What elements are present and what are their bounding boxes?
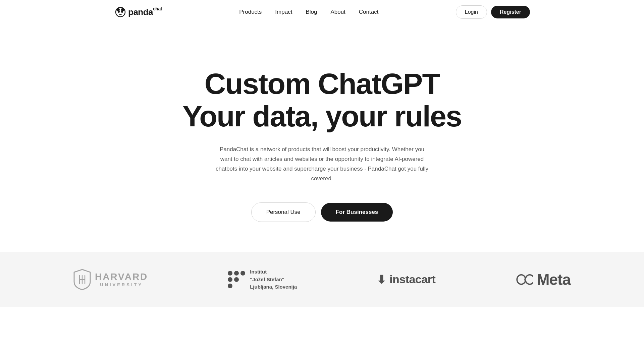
institut-logo: Institut "Jožef Stefan" Ljubljana, Slove… — [228, 268, 297, 291]
institut-line1: Institut — [250, 269, 267, 275]
login-button[interactable]: Login — [456, 5, 487, 19]
nav-item-about[interactable]: About — [330, 9, 345, 15]
dot-2 — [234, 271, 239, 276]
navbar: pandachat Products Impact Blog About Con… — [0, 0, 644, 24]
hero-subtitle: PandaChat is a network of products that … — [215, 145, 429, 184]
harvard-text: HARVARD UNIVERSITY — [95, 272, 148, 287]
dot-4 — [228, 277, 232, 282]
dot-7 — [228, 284, 232, 288]
dot-6 — [240, 277, 245, 282]
nav-item-impact[interactable]: Impact — [275, 9, 292, 15]
hero-buttons: Personal Use For Businesses — [251, 202, 393, 222]
svg-point-4 — [121, 11, 123, 13]
navbar-actions: Login Register — [456, 5, 530, 19]
hero-title-line2: Your data, your rules — [182, 100, 462, 133]
hero-title: Custom ChatGPT Your data, your rules — [182, 68, 462, 133]
instacart-name: instacart — [389, 273, 435, 286]
dot-5 — [234, 277, 239, 282]
instacart-logo: ⬇ instacart — [377, 273, 435, 286]
meta-logo: Meta — [515, 270, 571, 289]
instacart-arrow-icon: ⬇ — [377, 273, 386, 286]
harvard-shield-icon — [73, 269, 91, 290]
svg-point-3 — [118, 11, 120, 13]
personal-use-button[interactable]: Personal Use — [251, 202, 316, 222]
institut-dots — [228, 271, 245, 288]
institut-text: Institut "Jožef Stefan" Ljubljana, Slove… — [250, 268, 297, 291]
meta-name: Meta — [537, 270, 571, 289]
nav-item-contact[interactable]: Contact — [359, 9, 379, 15]
navbar-nav: Products Impact Blog About Contact — [239, 9, 378, 15]
hero-title-line1: Custom ChatGPT — [205, 67, 439, 100]
harvard-name: HARVARD — [95, 272, 148, 282]
meta-icon-svg — [515, 274, 533, 285]
dot-9 — [240, 284, 245, 288]
nav-item-products[interactable]: Products — [239, 9, 262, 15]
nav-item-blog[interactable]: Blog — [306, 9, 317, 15]
institut-line3: Ljubljana, Slovenija — [250, 284, 297, 290]
register-button[interactable]: Register — [491, 6, 530, 18]
dot-1 — [228, 271, 232, 276]
for-businesses-button[interactable]: For Businesses — [321, 203, 393, 222]
harvard-university: UNIVERSITY — [95, 282, 148, 287]
harvard-logo: HARVARD UNIVERSITY — [73, 269, 148, 290]
institut-line2: "Jožef Stefan" — [250, 277, 284, 282]
logos-section: HARVARD UNIVERSITY Institut "Jožef Stefa… — [0, 252, 644, 307]
panda-logo-icon — [114, 6, 127, 18]
logo-wordmark: pandachat — [128, 7, 162, 17]
hero-section: Custom ChatGPT Your data, your rules Pan… — [0, 24, 644, 252]
dot-3 — [240, 271, 245, 276]
dot-8 — [234, 284, 239, 288]
logo[interactable]: pandachat — [114, 6, 162, 18]
